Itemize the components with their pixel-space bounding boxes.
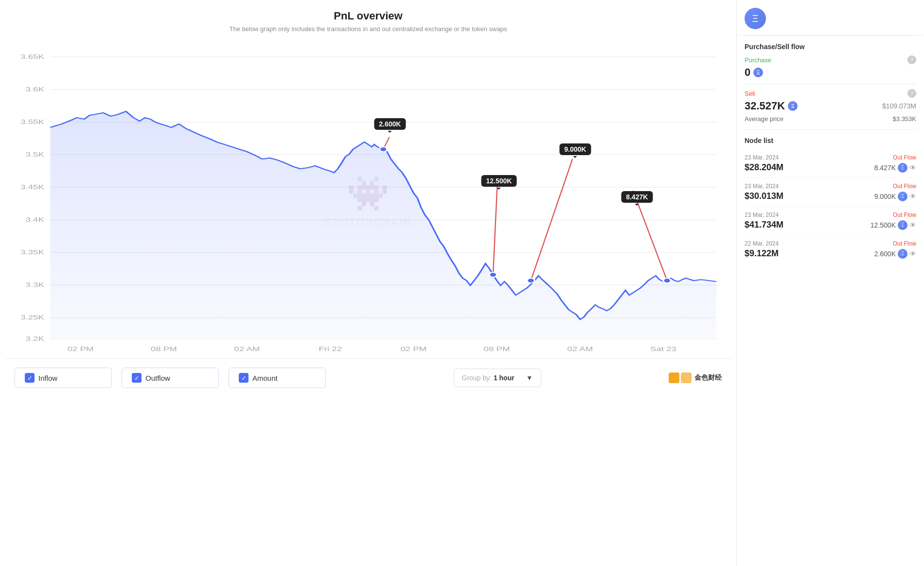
chart-subtitle: The below graph only includes the transa… — [5, 25, 731, 33]
sell-value-row: 32.527K Ξ $109.073M — [745, 100, 916, 112]
svg-text:3.2K: 3.2K — [26, 336, 45, 342]
svg-point-35 — [663, 278, 671, 283]
node-date-3: 22 Mar, 2024 — [745, 240, 779, 247]
sell-help-icon[interactable]: ? — [907, 89, 916, 98]
node-usd-3: $9.122M — [745, 248, 779, 259]
purchase-help-icon[interactable]: ? — [907, 55, 916, 64]
node-flow-2: Out Flow — [893, 212, 916, 218]
svg-text:3.5K: 3.5K — [26, 151, 45, 158]
svg-text:08 PM: 08 PM — [151, 346, 177, 352]
avg-price-label: Average price — [745, 115, 783, 123]
svg-text:02 AM: 02 AM — [234, 346, 260, 352]
node-usd-0: $28.204M — [745, 162, 783, 173]
avg-price-value: $3.353K — [893, 115, 916, 123]
jinse-logo: 金色财经 — [669, 372, 722, 383]
sell-label: Sell ? — [745, 89, 916, 98]
right-panel: Ξ Purchase/Sell flow Purchase ? 0 Ξ Sell… — [737, 0, 924, 566]
node-eth-badge-1: Ξ — [898, 192, 907, 201]
svg-text:02 AM: 02 AM — [567, 346, 593, 352]
node-item-2: 23 Mar, 2024 Out Flow $41.734M 12.500K Ξ… — [745, 207, 916, 235]
chart-title: PnL overview — [5, 10, 731, 22]
tooltip-8427k: 8.427K — [621, 191, 653, 203]
svg-point-34 — [527, 278, 535, 283]
svg-text:02 PM: 02 PM — [68, 346, 94, 352]
purchase-label: Purchase ? — [745, 55, 916, 64]
node-eye-icon-2[interactable]: 👁 — [909, 221, 916, 229]
svg-text:3.35K: 3.35K — [20, 249, 44, 255]
node-item-1: 23 Mar, 2024 Out Flow $30.013M 9.000K Ξ … — [745, 178, 916, 207]
node-eth-badge-0: Ξ — [898, 163, 907, 173]
node-eth-2: 12.500K Ξ 👁 — [871, 220, 916, 230]
svg-text:3.3K: 3.3K — [26, 282, 45, 288]
node-eth-1: 9.000K Ξ 👁 — [874, 192, 916, 201]
tooltip-9000k: 9.000K — [559, 143, 591, 155]
outflow-checkbox[interactable]: ✓ Outflow — [122, 368, 219, 388]
purchase-eth-badge: Ξ — [753, 68, 763, 77]
node-eye-icon-3[interactable]: 👁 — [909, 250, 916, 258]
node-flow-0: Out Flow — [893, 154, 916, 161]
svg-text:3.25K: 3.25K — [20, 314, 44, 320]
outflow-label: Outflow — [145, 374, 170, 382]
purchase-sell-section: Purchase/Sell flow Purchase ? 0 Ξ Sell ?… — [737, 36, 924, 129]
node-date-2: 23 Mar, 2024 — [745, 212, 779, 218]
node-flow-1: Out Flow — [893, 183, 916, 190]
chart-container: 👾 SPOTONCHAIN 2.600K 12.500K 9.000K 8.42… — [5, 42, 731, 358]
node-eth-badge-2: Ξ — [898, 220, 907, 230]
amount-check-icon: ✓ — [239, 373, 249, 383]
node-date-0: 23 Mar, 2024 — [745, 154, 779, 161]
group-by-select[interactable]: Group by: 1 hour ▼ — [454, 369, 541, 387]
amount-label: Amount — [252, 374, 278, 382]
svg-text:3.65K: 3.65K — [20, 53, 44, 60]
amount-checkbox[interactable]: ✓ Amount — [229, 368, 326, 388]
node-usd-2: $41.734M — [745, 220, 783, 230]
node-list-title: Node list — [745, 137, 916, 144]
node-eth-badge-3: Ξ — [898, 249, 907, 259]
svg-text:3.55K: 3.55K — [20, 119, 44, 125]
svg-text:3.45K: 3.45K — [20, 184, 44, 190]
svg-text:3.6K: 3.6K — [26, 86, 45, 92]
node-flow-3: Out Flow — [893, 240, 916, 247]
bottom-bar: ✓ Inflow ✓ Outflow ✓ Amount Group by: 1 … — [5, 358, 731, 397]
group-by-value: 1 hour — [494, 374, 515, 382]
eth-icon: Ξ — [745, 8, 766, 29]
inflow-label: Inflow — [38, 374, 57, 382]
node-eye-icon-1[interactable]: 👁 — [909, 193, 916, 200]
svg-point-32 — [379, 147, 387, 152]
svg-point-33 — [489, 272, 497, 277]
panel-header: Ξ — [737, 0, 924, 35]
inflow-checkbox[interactable]: ✓ Inflow — [15, 368, 112, 388]
node-item-0: 23 Mar, 2024 Out Flow $28.204M 8.427K Ξ … — [745, 149, 916, 178]
sell-value-eth: 32.527K Ξ — [745, 100, 798, 112]
node-eye-icon-0[interactable]: 👁 — [909, 164, 916, 172]
purchase-value: 0 Ξ — [745, 66, 916, 79]
svg-text:Sat 23: Sat 23 — [650, 346, 676, 352]
sell-eth-badge: Ξ — [788, 101, 798, 111]
tooltip-12500k: 12.500K — [481, 175, 516, 187]
svg-line-29 — [493, 178, 498, 276]
svg-text:02 PM: 02 PM — [400, 346, 426, 352]
avg-price-row: Average price $3.353K — [745, 115, 916, 123]
inflow-check-icon: ✓ — [25, 373, 35, 383]
node-date-1: 23 Mar, 2024 — [745, 183, 779, 190]
node-usd-1: $30.013M — [745, 191, 783, 201]
svg-text:Fri 22: Fri 22 — [319, 346, 342, 352]
sell-value-usd: $109.073M — [882, 102, 916, 110]
node-list-section: Node list 23 Mar, 2024 Out Flow $28.204M… — [737, 130, 924, 270]
outflow-check-icon: ✓ — [132, 373, 142, 383]
svg-text:3.4K: 3.4K — [26, 216, 45, 223]
tooltip-2600k: 2.600K — [374, 118, 406, 130]
node-eth-0: 8.427K Ξ 👁 — [874, 163, 916, 173]
node-item-3: 22 Mar, 2024 Out Flow $9.122M 2.600K Ξ 👁 — [745, 235, 916, 264]
node-eth-3: 2.600K Ξ 👁 — [874, 249, 916, 259]
svg-text:08 PM: 08 PM — [484, 346, 510, 352]
purchase-sell-title: Purchase/Sell flow — [745, 43, 916, 51]
group-by-prefix: Group by: 1 hour — [462, 374, 515, 382]
dropdown-chevron-icon: ▼ — [526, 374, 533, 382]
